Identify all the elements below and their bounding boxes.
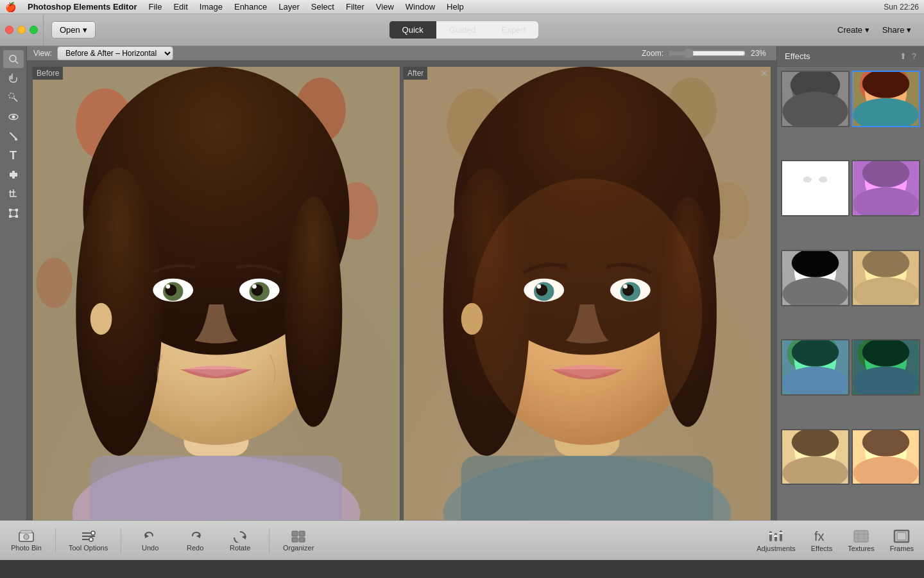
- close-window-button[interactable]: [5, 26, 13, 34]
- view-menu[interactable]: View: [371, 1, 399, 12]
- transform-tool[interactable]: [3, 204, 24, 222]
- crop-tool[interactable]: [3, 185, 24, 203]
- window-menu[interactable]: Window: [400, 1, 440, 12]
- organizer-button[interactable]: Organizer: [282, 530, 314, 552]
- view-select[interactable]: Before & After – Horizontal Before Only …: [57, 46, 173, 60]
- minimize-window-button[interactable]: [17, 26, 26, 34]
- quick-selection-tool[interactable]: [3, 89, 24, 107]
- svg-text:fx: fx: [814, 529, 825, 543]
- svg-rect-22: [90, 456, 343, 520]
- separator-1: [55, 528, 56, 554]
- left-toolbar: T: [0, 46, 27, 520]
- svg-rect-110: [82, 532, 91, 534]
- frames-button[interactable]: Frames: [890, 529, 914, 552]
- hand-tool[interactable]: [3, 69, 24, 87]
- apple-menu[interactable]: 🍎: [5, 2, 16, 12]
- svg-point-109: [24, 534, 29, 539]
- tab-expert[interactable]: Expert: [489, 21, 539, 39]
- menu-bar: 🍎 Photoshop Elements Editor File Edit Im…: [0, 0, 924, 14]
- frames-label: Frames: [890, 545, 914, 552]
- photo-bin-button[interactable]: Photo Bin: [10, 530, 42, 552]
- effects-label: Effects: [811, 545, 832, 552]
- textures-icon: [853, 529, 869, 543]
- svg-point-5: [12, 116, 15, 119]
- effects-help[interactable]: ?: [912, 51, 916, 61]
- open-button[interactable]: Open ▾: [51, 21, 96, 39]
- textures-button[interactable]: Textures: [848, 529, 875, 552]
- zoom-tool[interactable]: [3, 50, 24, 68]
- effects-grid: [777, 67, 924, 520]
- image-menu[interactable]: Image: [194, 1, 228, 12]
- separator-2: [121, 528, 121, 554]
- effects-expand[interactable]: ⬆: [900, 51, 907, 61]
- tool-options-icon: [81, 530, 96, 543]
- effects-icon: fx: [813, 529, 830, 543]
- svg-point-27: [285, 197, 343, 427]
- app-menu[interactable]: Photoshop Elements Editor: [22, 1, 142, 12]
- undo-button[interactable]: Undo: [134, 530, 166, 552]
- adjustments-button[interactable]: Adjustments: [757, 529, 796, 552]
- tool-options-label: Tool Options: [69, 544, 108, 552]
- photo-bin-icon: [19, 530, 34, 543]
- before-label: Before: [33, 67, 63, 80]
- edit-menu[interactable]: Edit: [168, 1, 193, 12]
- view-label: View:: [33, 49, 52, 58]
- effect-color[interactable]: [851, 71, 920, 127]
- effect-grayscale[interactable]: [781, 71, 850, 127]
- help-menu[interactable]: Help: [441, 1, 469, 12]
- adjustments-label: Adjustments: [757, 545, 796, 552]
- filter-menu[interactable]: Filter: [341, 1, 370, 12]
- svg-marker-115: [145, 534, 149, 538]
- heal-tool[interactable]: [3, 166, 24, 184]
- svg-rect-134: [897, 532, 906, 540]
- svg-point-36: [252, 285, 257, 289]
- rotate-button[interactable]: Rotate: [224, 530, 256, 552]
- select-menu[interactable]: Select: [306, 1, 339, 12]
- effect-purple[interactable]: [851, 160, 920, 216]
- tab-quick[interactable]: Quick: [389, 21, 436, 39]
- effect-sketch[interactable]: [781, 160, 850, 216]
- panels-row: Before: [27, 61, 776, 520]
- enhance-menu[interactable]: Enhance: [229, 1, 272, 12]
- tool-options-button[interactable]: Tool Options: [69, 530, 108, 552]
- svg-point-26: [76, 168, 162, 456]
- tab-guided[interactable]: Guided: [436, 21, 489, 39]
- redo-label: Redo: [187, 544, 203, 552]
- svg-point-114: [89, 538, 93, 541]
- adjustments-icon: [767, 529, 784, 543]
- rotate-icon: [232, 530, 248, 543]
- svg-rect-111: [82, 536, 95, 537]
- organizer-icon: [291, 530, 306, 543]
- undo-label: Undo: [142, 544, 158, 552]
- maximize-window-button[interactable]: [30, 26, 38, 34]
- svg-rect-121: [299, 538, 305, 542]
- svg-rect-118: [292, 531, 298, 536]
- svg-point-75: [819, 177, 828, 183]
- redo-button[interactable]: Redo: [179, 530, 211, 552]
- layer-menu[interactable]: Layer: [273, 1, 305, 12]
- effect-green-pop[interactable]: [781, 339, 850, 396]
- effects-button[interactable]: fx Effects: [811, 529, 832, 552]
- text-tool[interactable]: T: [3, 146, 24, 164]
- svg-point-74: [803, 177, 812, 183]
- svg-point-2: [9, 93, 14, 98]
- svg-rect-13: [9, 215, 12, 218]
- file-menu[interactable]: File: [143, 1, 167, 12]
- effect-warm-vintage[interactable]: [781, 429, 850, 486]
- before-panel: Before: [32, 66, 400, 520]
- zoom-slider[interactable]: [669, 48, 746, 58]
- create-button[interactable]: Create ▾: [832, 22, 875, 38]
- share-button[interactable]: Share ▾: [877, 22, 916, 38]
- effect-yellow-warm[interactable]: [851, 429, 920, 486]
- effect-green-dark[interactable]: [851, 339, 920, 396]
- red-eye-tool[interactable]: [3, 108, 24, 126]
- effect-sepia[interactable]: [851, 250, 920, 306]
- photo-bin-label: Photo Bin: [11, 544, 42, 552]
- svg-rect-130: [779, 532, 783, 534]
- effect-mono-contrast[interactable]: [781, 250, 850, 306]
- close-after-panel[interactable]: ✕: [760, 68, 768, 78]
- svg-rect-14: [15, 215, 18, 218]
- brush-tool[interactable]: [3, 127, 24, 145]
- separator-3: [269, 528, 270, 554]
- zoom-label: Zoom:: [642, 49, 663, 58]
